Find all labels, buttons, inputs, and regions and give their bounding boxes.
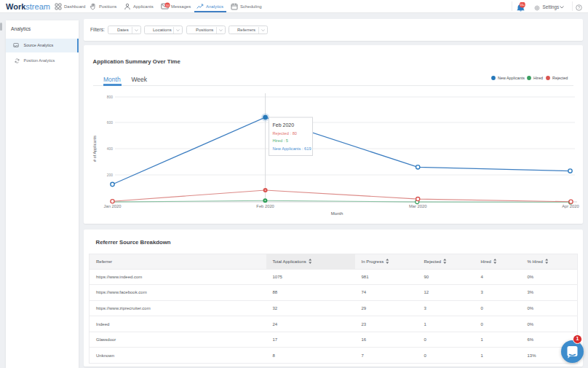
svg-text:New Applicants : 619: New Applicants : 619 xyxy=(273,146,311,151)
svg-text:600: 600 xyxy=(107,121,113,125)
svg-text:Hired : 5: Hired : 5 xyxy=(273,138,289,143)
svg-text:Feb 2020: Feb 2020 xyxy=(273,122,295,128)
svg-text:16+: 16+ xyxy=(520,4,525,7)
svg-text:Mar 2020: Mar 2020 xyxy=(409,204,427,208)
svg-text:Month: Month xyxy=(331,211,343,216)
svg-text:800: 800 xyxy=(107,95,113,99)
svg-text:Rejected: Rejected xyxy=(552,76,568,80)
svg-text:400: 400 xyxy=(107,147,113,151)
svg-text:Apr 2020: Apr 2020 xyxy=(562,204,579,208)
svg-text:10: 10 xyxy=(166,4,170,7)
svg-text:Rejected : 80: Rejected : 80 xyxy=(273,131,298,136)
svg-text:New Applicants: New Applicants xyxy=(498,76,525,80)
svg-text:200: 200 xyxy=(107,173,113,177)
svg-text:Hired: Hired xyxy=(533,76,543,80)
svg-text:# of Applicants: # of Applicants xyxy=(92,136,97,162)
svg-text:Feb 2020: Feb 2020 xyxy=(256,204,274,208)
svg-text:Jan 2020: Jan 2020 xyxy=(104,204,122,208)
